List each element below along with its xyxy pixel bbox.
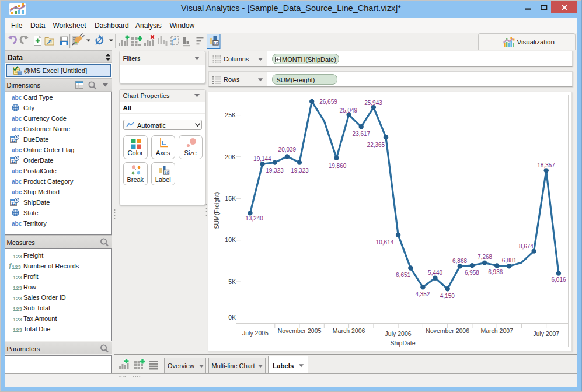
svg-text:18,357: 18,357 xyxy=(537,162,555,169)
svg-text:10,614: 10,614 xyxy=(376,239,394,246)
svg-text:19,323: 19,323 xyxy=(291,167,309,174)
svg-text:LO: LO xyxy=(165,170,169,174)
svg-text:7,268: 7,268 xyxy=(478,254,492,260)
svg-text:5,440: 5,440 xyxy=(428,270,442,276)
svg-text:26,659: 26,659 xyxy=(319,99,337,105)
svg-text:6,958: 6,958 xyxy=(465,270,479,276)
svg-text:20K: 20K xyxy=(225,153,236,160)
svg-text:25K: 25K xyxy=(225,111,236,118)
svg-text:November 2006: November 2006 xyxy=(426,327,469,334)
svg-text:19,860: 19,860 xyxy=(329,163,347,169)
svg-text:13,240: 13,240 xyxy=(245,215,263,222)
svg-text:19,323: 19,323 xyxy=(266,167,284,174)
svg-text:22,365: 22,365 xyxy=(367,142,385,148)
svg-text:November 2005: November 2005 xyxy=(278,327,322,334)
svg-text:4,352: 4,352 xyxy=(415,291,430,298)
svg-text:5K: 5K xyxy=(228,278,236,285)
svg-text:6,936: 6,936 xyxy=(488,269,503,275)
svg-text:July 2005: July 2005 xyxy=(242,330,269,337)
svg-text:LO: LO xyxy=(214,41,218,45)
svg-text:6,881: 6,881 xyxy=(502,257,517,264)
svg-text:March 2006: March 2006 xyxy=(333,327,365,334)
svg-text:6,651: 6,651 xyxy=(396,272,410,278)
svg-text:SUM(Freight): SUM(Freight) xyxy=(213,192,220,229)
svg-text:8,674: 8,674 xyxy=(519,243,534,250)
svg-text:6,868: 6,868 xyxy=(452,258,467,264)
svg-text:25,943: 25,943 xyxy=(364,100,382,106)
svg-text:15K: 15K xyxy=(225,195,236,202)
svg-text:25,049: 25,049 xyxy=(340,107,358,114)
svg-text:19,144: 19,144 xyxy=(253,156,271,162)
svg-text:March 2007: March 2007 xyxy=(480,327,513,334)
svg-text:July 2007: July 2007 xyxy=(533,330,559,337)
svg-text:20,039: 20,039 xyxy=(278,146,297,153)
svg-text:6,016: 6,016 xyxy=(551,276,566,283)
svg-text:0K: 0K xyxy=(228,314,236,321)
svg-text:4,150: 4,150 xyxy=(440,293,455,299)
svg-text:23,617: 23,617 xyxy=(353,131,371,137)
svg-text:July 2006: July 2006 xyxy=(385,330,412,337)
svg-text:ShipDate: ShipDate xyxy=(390,340,415,346)
svg-text:10K: 10K xyxy=(225,236,236,243)
